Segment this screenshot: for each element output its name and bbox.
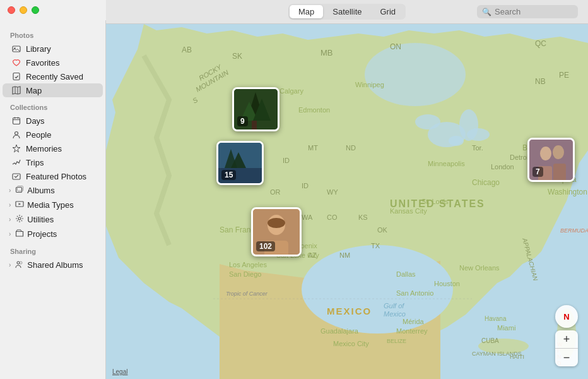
svg-text:AB: AB (182, 45, 192, 54)
utilities-icon (15, 214, 24, 225)
sidebar-item-featured-photos-label: Featured Photos (26, 172, 86, 181)
svg-point-10 (15, 132, 18, 135)
svg-text:OR: OR (270, 188, 281, 196)
people-icon (11, 129, 21, 140)
sidebar-item-media-types[interactable]: › Media Types (3, 198, 103, 212)
svg-text:ND: ND (346, 144, 356, 152)
svg-text:MT: MT (308, 144, 318, 152)
svg-text:San Diego: San Diego (229, 270, 261, 278)
main-content: Map Satellite Grid 🔍 (106, 0, 588, 379)
sidebar-item-utilities[interactable]: › Utilities (3, 212, 103, 227)
svg-point-24 (467, 128, 490, 141)
svg-text:Minneapolis: Minneapolis (428, 160, 465, 167)
svg-rect-2 (13, 73, 20, 80)
svg-point-18 (20, 262, 22, 264)
sidebar-item-media-types-label: Media Types (27, 200, 73, 210)
sidebar-item-library-label: Library (26, 44, 51, 54)
favorites-icon (11, 57, 21, 68)
sidebar: Photos Library Favorites Recently Saved … (0, 0, 106, 379)
photo-pin-northwest[interactable]: 9 (232, 87, 279, 131)
sidebar-item-days-label: Days (26, 116, 45, 126)
minimize-button[interactable] (20, 6, 27, 14)
sidebar-item-recently-saved[interactable]: Recently Saved (3, 69, 103, 83)
sidebar-item-people[interactable]: People (3, 128, 103, 141)
svg-point-17 (17, 262, 20, 264)
recently-saved-icon (11, 71, 21, 81)
zoom-out-button[interactable]: − (555, 349, 578, 366)
svg-text:New Orleans: New Orleans (459, 264, 500, 272)
svg-text:Kansas City: Kansas City (390, 207, 427, 215)
svg-text:St. Louis: St. Louis (421, 198, 449, 205)
svg-text:Calgary: Calgary (279, 87, 303, 95)
svg-text:Chicago: Chicago (472, 178, 500, 187)
close-button[interactable] (8, 6, 15, 14)
sidebar-item-library[interactable]: Library (3, 42, 103, 56)
collections-section-label: Collections (0, 97, 105, 114)
svg-text:QC: QC (535, 39, 546, 48)
photo-count-east: 7 (532, 167, 543, 177)
svg-text:Los Angeles: Los Angeles (229, 261, 267, 268)
search-icon: 🔍 (482, 8, 491, 16)
svg-text:MB: MB (320, 48, 333, 57)
svg-marker-15 (19, 203, 21, 205)
sidebar-item-days[interactable]: Days (3, 114, 103, 128)
view-mode-control: Map Satellite Grid (288, 4, 406, 20)
svg-text:ID: ID (302, 182, 309, 190)
photo-pin-sf[interactable]: 102 (251, 207, 302, 256)
svg-text:SK: SK (232, 52, 242, 61)
albums-icon (15, 185, 24, 196)
svg-text:Guadalajara: Guadalajara (320, 327, 359, 335)
legal-link[interactable]: Legal (112, 368, 127, 375)
sidebar-item-map[interactable]: Map (3, 83, 103, 97)
sidebar-item-people-label: People (26, 130, 51, 140)
photos-section-label: Photos (0, 25, 105, 42)
svg-text:OK: OK (377, 226, 388, 234)
svg-text:KS: KS (358, 214, 368, 221)
memories-icon (11, 143, 21, 153)
svg-text:ID: ID (283, 157, 290, 164)
svg-text:Mexico City: Mexico City (333, 340, 369, 347)
media-types-icon (15, 200, 24, 210)
svg-text:Tropic of Cancer: Tropic of Cancer (226, 291, 268, 297)
svg-text:WA: WA (302, 214, 313, 221)
svg-rect-13 (18, 186, 23, 191)
svg-text:CUBA: CUBA (481, 337, 499, 344)
map-view-button[interactable]: Map (290, 5, 323, 18)
projects-chevron-icon: › (9, 231, 11, 238)
sidebar-item-projects-label: Projects (27, 229, 57, 239)
photo-count-sf: 102 (256, 241, 275, 251)
sidebar-item-shared-albums[interactable]: › Shared Albums (3, 258, 103, 272)
svg-text:Mexico: Mexico (384, 310, 406, 318)
toolbar: Map Satellite Grid 🔍 (106, 0, 588, 24)
sidebar-item-memories[interactable]: Memories (3, 141, 103, 155)
zoom-in-button[interactable]: + (555, 330, 578, 348)
map-container[interactable]: ROCKY MOUNTAIN S UNITED STATES MEXICO MB… (106, 24, 588, 379)
grid-view-button[interactable]: Grid (371, 5, 404, 18)
svg-marker-3 (13, 87, 20, 94)
svg-text:HAITI: HAITI (510, 354, 524, 360)
sidebar-item-albums[interactable]: › Albums (3, 183, 103, 198)
sidebar-item-trips[interactable]: Trips (3, 155, 103, 169)
zoom-control: + − (555, 330, 578, 366)
albums-chevron-icon: › (9, 187, 11, 194)
svg-text:CO: CO (327, 214, 338, 221)
svg-text:Tor.: Tor. (472, 144, 483, 152)
photo-pin-seattle[interactable]: 15 (216, 141, 264, 185)
maximize-button[interactable] (32, 6, 39, 14)
search-input[interactable] (495, 7, 570, 16)
svg-point-16 (18, 217, 21, 220)
svg-text:Houston: Houston (434, 280, 460, 287)
photo-pin-east[interactable]: 7 (527, 138, 575, 182)
svg-text:MEXICO: MEXICO (327, 306, 372, 316)
days-icon (11, 116, 21, 126)
svg-text:Dallas: Dallas (396, 270, 416, 278)
satellite-view-button[interactable]: Satellite (324, 5, 370, 18)
sidebar-item-favorites[interactable]: Favorites (3, 56, 103, 69)
svg-text:Monterrey: Monterrey (396, 327, 428, 335)
svg-text:Washington: Washington (548, 188, 587, 196)
sidebar-item-projects[interactable]: › Projects (3, 227, 103, 241)
compass-button[interactable]: N (555, 305, 578, 328)
sidebar-item-utilities-label: Utilities (27, 215, 54, 224)
sidebar-item-recently-saved-label: Recently Saved (26, 72, 83, 81)
sidebar-item-featured-photos[interactable]: Featured Photos (3, 169, 103, 183)
